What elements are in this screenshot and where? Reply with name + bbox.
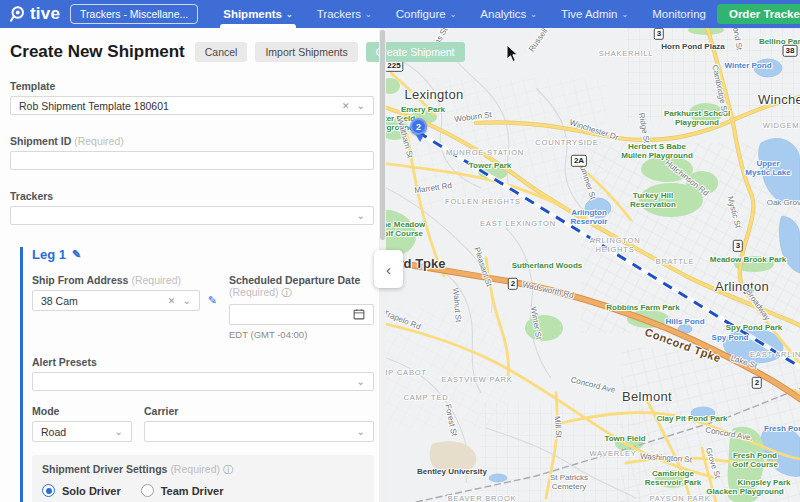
driver-radio-group: Solo DriverTeam Driver bbox=[42, 484, 364, 497]
cancel-button[interactable]: Cancel bbox=[195, 42, 248, 62]
collapse-panel-button[interactable]: ‹ bbox=[374, 250, 403, 288]
radio-team-driver[interactable]: Team Driver bbox=[141, 484, 224, 497]
import-shipments-button[interactable]: Import Shipments bbox=[255, 42, 357, 62]
nav-menu: Shipments⌄Trackers⌄Configure⌄Analytics⌄T… bbox=[212, 0, 717, 28]
driver-settings-label: Shipment Driver Settings (Required) ⓘ bbox=[42, 463, 364, 477]
carrier-label: Carrier bbox=[144, 405, 374, 417]
radio-dot[interactable] bbox=[42, 484, 55, 497]
map-base-layer bbox=[386, 28, 800, 502]
tive-pin-icon bbox=[8, 5, 26, 23]
create-shipment-panel: Create New Shipment Cancel Import Shipme… bbox=[0, 28, 386, 502]
chevron-down-icon: ⌄ bbox=[365, 10, 372, 19]
nav-item-monitoring[interactable]: Monitoring bbox=[641, 0, 717, 28]
chevron-down-icon[interactable]: ⌄ bbox=[357, 380, 365, 384]
template-select[interactable]: Rob Shipment Template 180601 ✕ ⌄ bbox=[10, 96, 374, 115]
driver-settings-box: Shipment Driver Settings (Required) ⓘ So… bbox=[32, 455, 374, 502]
radio-dot[interactable] bbox=[141, 484, 154, 497]
page-title: Create New Shipment bbox=[10, 42, 185, 62]
nav-item-shipments[interactable]: Shipments⌄ bbox=[212, 0, 304, 28]
alert-presets-label: Alert Presets bbox=[32, 356, 374, 368]
departure-date-label: Scheduled Departure Date (Required) ⓘ bbox=[229, 274, 374, 300]
shipment-stop-marker[interactable]: 2 bbox=[410, 118, 427, 135]
logo-text: tive bbox=[30, 4, 60, 24]
clear-icon[interactable]: ✕ bbox=[342, 101, 350, 111]
shipment-id-input[interactable] bbox=[10, 151, 374, 170]
workspace-selector[interactable]: Trackers - Miscellane... bbox=[70, 4, 198, 24]
order-trackers-button[interactable]: Order Trackers bbox=[717, 4, 800, 24]
chevron-down-icon: ⌄ bbox=[530, 10, 537, 19]
chevron-down-icon[interactable]: ⌄ bbox=[357, 104, 365, 108]
radio-label: Solo Driver bbox=[62, 485, 121, 497]
route-shield: 2A bbox=[571, 155, 587, 167]
nav-item-analytics[interactable]: Analytics⌄ bbox=[469, 0, 548, 28]
departure-date-input[interactable] bbox=[229, 304, 374, 325]
chevron-down-icon[interactable]: ⌄ bbox=[182, 299, 190, 303]
trackers-select[interactable]: ⌄ bbox=[10, 206, 374, 225]
carrier-select[interactable]: ⌄ bbox=[144, 421, 374, 442]
radio-solo-driver[interactable]: Solo Driver bbox=[42, 484, 121, 497]
route-shield: 38 bbox=[783, 45, 798, 57]
leg-title: Leg 1 bbox=[32, 247, 66, 262]
chevron-down-icon[interactable]: ⌄ bbox=[357, 430, 365, 434]
map-canvas[interactable]: LexingtonArlingtonBelmontWinchesterSHAKE… bbox=[386, 28, 800, 502]
shipment-id-label: Shipment ID (Required) bbox=[10, 135, 374, 147]
edit-address-icon[interactable]: ✎ bbox=[208, 294, 217, 307]
route-shield: 2 bbox=[508, 278, 518, 290]
template-label: Template bbox=[10, 80, 374, 92]
chevron-down-icon[interactable]: ⌄ bbox=[357, 214, 365, 218]
ship-from-select[interactable]: 38 Cam ✕ ⌄ bbox=[32, 290, 200, 311]
clear-icon[interactable]: ✕ bbox=[168, 296, 176, 306]
top-navbar: tive Trackers - Miscellane... Shipments⌄… bbox=[0, 0, 800, 28]
ship-from-value: 38 Cam bbox=[41, 295, 78, 307]
alert-presets-select[interactable]: ⌄ bbox=[32, 372, 374, 391]
mode-value: Road bbox=[41, 426, 66, 438]
route-shield: 2 bbox=[752, 377, 762, 389]
leg-1-section: Leg 1 ✎ Ship From Address (Required) 38 … bbox=[20, 247, 374, 502]
trackers-label: Trackers bbox=[10, 190, 374, 202]
mode-select[interactable]: Road ⌄ bbox=[32, 421, 132, 442]
edit-leg-icon[interactable]: ✎ bbox=[72, 248, 81, 261]
radio-label: Team Driver bbox=[161, 485, 224, 497]
chevron-down-icon: ⌄ bbox=[286, 10, 293, 19]
template-value: Rob Shipment Template 180601 bbox=[19, 100, 169, 112]
nav-item-tive-admin[interactable]: Tive Admin⌄ bbox=[550, 0, 639, 28]
tive-logo[interactable]: tive bbox=[0, 4, 70, 24]
nav-item-trackers[interactable]: Trackers⌄ bbox=[306, 0, 383, 28]
route-shield: 3 bbox=[654, 28, 664, 40]
chevron-down-icon: ⌄ bbox=[450, 10, 457, 19]
route-shield: 3 bbox=[733, 240, 743, 252]
chevron-down-icon: ⌄ bbox=[622, 10, 629, 19]
info-icon[interactable]: ⓘ bbox=[282, 287, 292, 298]
ship-from-label: Ship From Address (Required) bbox=[32, 274, 217, 286]
chevron-down-icon[interactable]: ⌄ bbox=[115, 430, 123, 434]
mode-label: Mode bbox=[32, 405, 132, 417]
info-icon[interactable]: ⓘ bbox=[223, 464, 233, 475]
timezone-note: EDT (GMT -04:00) bbox=[229, 329, 374, 340]
calendar-icon[interactable] bbox=[353, 308, 365, 322]
nav-item-configure[interactable]: Configure⌄ bbox=[385, 0, 468, 28]
